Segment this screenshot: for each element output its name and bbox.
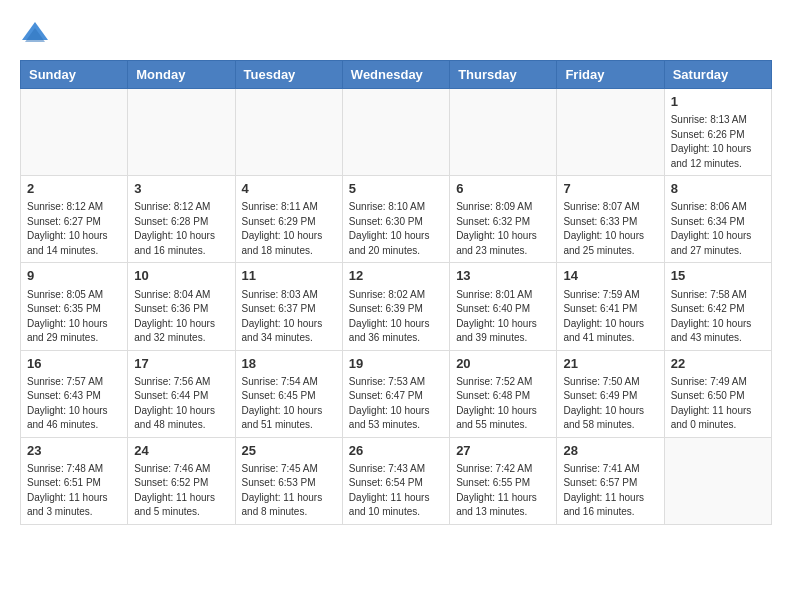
day-info: Sunrise: 8:05 AM Sunset: 6:35 PM Dayligh…	[27, 288, 121, 346]
day-number: 5	[349, 180, 443, 198]
calendar-cell	[557, 89, 664, 176]
calendar-cell: 21Sunrise: 7:50 AM Sunset: 6:49 PM Dayli…	[557, 350, 664, 437]
day-info: Sunrise: 7:46 AM Sunset: 6:52 PM Dayligh…	[134, 462, 228, 520]
day-number: 17	[134, 355, 228, 373]
weekday-header-wednesday: Wednesday	[342, 61, 449, 89]
day-number: 19	[349, 355, 443, 373]
calendar-cell: 25Sunrise: 7:45 AM Sunset: 6:53 PM Dayli…	[235, 437, 342, 524]
calendar-week-row: 16Sunrise: 7:57 AM Sunset: 6:43 PM Dayli…	[21, 350, 772, 437]
day-info: Sunrise: 7:48 AM Sunset: 6:51 PM Dayligh…	[27, 462, 121, 520]
logo-icon	[20, 20, 50, 50]
calendar-cell	[21, 89, 128, 176]
day-number: 16	[27, 355, 121, 373]
calendar-table: SundayMondayTuesdayWednesdayThursdayFrid…	[20, 60, 772, 525]
day-number: 18	[242, 355, 336, 373]
calendar-cell: 20Sunrise: 7:52 AM Sunset: 6:48 PM Dayli…	[450, 350, 557, 437]
calendar-cell: 6Sunrise: 8:09 AM Sunset: 6:32 PM Daylig…	[450, 176, 557, 263]
calendar-week-row: 23Sunrise: 7:48 AM Sunset: 6:51 PM Dayli…	[21, 437, 772, 524]
day-info: Sunrise: 8:06 AM Sunset: 6:34 PM Dayligh…	[671, 200, 765, 258]
calendar-cell: 11Sunrise: 8:03 AM Sunset: 6:37 PM Dayli…	[235, 263, 342, 350]
calendar-cell: 17Sunrise: 7:56 AM Sunset: 6:44 PM Dayli…	[128, 350, 235, 437]
day-info: Sunrise: 7:52 AM Sunset: 6:48 PM Dayligh…	[456, 375, 550, 433]
day-info: Sunrise: 7:59 AM Sunset: 6:41 PM Dayligh…	[563, 288, 657, 346]
day-number: 11	[242, 267, 336, 285]
day-number: 28	[563, 442, 657, 460]
calendar-cell: 18Sunrise: 7:54 AM Sunset: 6:45 PM Dayli…	[235, 350, 342, 437]
calendar-cell	[450, 89, 557, 176]
calendar-cell: 23Sunrise: 7:48 AM Sunset: 6:51 PM Dayli…	[21, 437, 128, 524]
weekday-header-friday: Friday	[557, 61, 664, 89]
calendar-cell: 19Sunrise: 7:53 AM Sunset: 6:47 PM Dayli…	[342, 350, 449, 437]
day-number: 6	[456, 180, 550, 198]
day-info: Sunrise: 7:54 AM Sunset: 6:45 PM Dayligh…	[242, 375, 336, 433]
day-number: 25	[242, 442, 336, 460]
calendar-cell: 8Sunrise: 8:06 AM Sunset: 6:34 PM Daylig…	[664, 176, 771, 263]
day-info: Sunrise: 8:07 AM Sunset: 6:33 PM Dayligh…	[563, 200, 657, 258]
calendar-week-row: 9Sunrise: 8:05 AM Sunset: 6:35 PM Daylig…	[21, 263, 772, 350]
day-number: 10	[134, 267, 228, 285]
calendar-cell	[342, 89, 449, 176]
calendar-week-row: 1Sunrise: 8:13 AM Sunset: 6:26 PM Daylig…	[21, 89, 772, 176]
day-info: Sunrise: 8:13 AM Sunset: 6:26 PM Dayligh…	[671, 113, 765, 171]
day-info: Sunrise: 7:45 AM Sunset: 6:53 PM Dayligh…	[242, 462, 336, 520]
day-info: Sunrise: 8:01 AM Sunset: 6:40 PM Dayligh…	[456, 288, 550, 346]
day-info: Sunrise: 8:09 AM Sunset: 6:32 PM Dayligh…	[456, 200, 550, 258]
day-info: Sunrise: 7:43 AM Sunset: 6:54 PM Dayligh…	[349, 462, 443, 520]
day-number: 20	[456, 355, 550, 373]
calendar-cell: 3Sunrise: 8:12 AM Sunset: 6:28 PM Daylig…	[128, 176, 235, 263]
weekday-header-tuesday: Tuesday	[235, 61, 342, 89]
calendar-cell: 16Sunrise: 7:57 AM Sunset: 6:43 PM Dayli…	[21, 350, 128, 437]
calendar-cell	[235, 89, 342, 176]
day-info: Sunrise: 7:50 AM Sunset: 6:49 PM Dayligh…	[563, 375, 657, 433]
day-number: 1	[671, 93, 765, 111]
day-info: Sunrise: 7:58 AM Sunset: 6:42 PM Dayligh…	[671, 288, 765, 346]
day-number: 26	[349, 442, 443, 460]
weekday-header-sunday: Sunday	[21, 61, 128, 89]
weekday-header-monday: Monday	[128, 61, 235, 89]
calendar-cell: 26Sunrise: 7:43 AM Sunset: 6:54 PM Dayli…	[342, 437, 449, 524]
day-number: 8	[671, 180, 765, 198]
day-info: Sunrise: 8:02 AM Sunset: 6:39 PM Dayligh…	[349, 288, 443, 346]
day-info: Sunrise: 8:04 AM Sunset: 6:36 PM Dayligh…	[134, 288, 228, 346]
weekday-header-row: SundayMondayTuesdayWednesdayThursdayFrid…	[21, 61, 772, 89]
calendar-cell: 2Sunrise: 8:12 AM Sunset: 6:27 PM Daylig…	[21, 176, 128, 263]
day-number: 7	[563, 180, 657, 198]
day-info: Sunrise: 7:42 AM Sunset: 6:55 PM Dayligh…	[456, 462, 550, 520]
day-number: 9	[27, 267, 121, 285]
day-info: Sunrise: 8:11 AM Sunset: 6:29 PM Dayligh…	[242, 200, 336, 258]
logo	[20, 20, 54, 50]
calendar-cell: 10Sunrise: 8:04 AM Sunset: 6:36 PM Dayli…	[128, 263, 235, 350]
day-info: Sunrise: 8:12 AM Sunset: 6:27 PM Dayligh…	[27, 200, 121, 258]
day-info: Sunrise: 7:53 AM Sunset: 6:47 PM Dayligh…	[349, 375, 443, 433]
calendar-cell: 14Sunrise: 7:59 AM Sunset: 6:41 PM Dayli…	[557, 263, 664, 350]
calendar-cell	[664, 437, 771, 524]
day-number: 21	[563, 355, 657, 373]
calendar-cell: 1Sunrise: 8:13 AM Sunset: 6:26 PM Daylig…	[664, 89, 771, 176]
calendar-cell: 9Sunrise: 8:05 AM Sunset: 6:35 PM Daylig…	[21, 263, 128, 350]
calendar-cell	[128, 89, 235, 176]
calendar-week-row: 2Sunrise: 8:12 AM Sunset: 6:27 PM Daylig…	[21, 176, 772, 263]
day-info: Sunrise: 8:10 AM Sunset: 6:30 PM Dayligh…	[349, 200, 443, 258]
calendar-cell: 15Sunrise: 7:58 AM Sunset: 6:42 PM Dayli…	[664, 263, 771, 350]
day-number: 22	[671, 355, 765, 373]
day-info: Sunrise: 7:57 AM Sunset: 6:43 PM Dayligh…	[27, 375, 121, 433]
day-number: 24	[134, 442, 228, 460]
calendar-cell: 24Sunrise: 7:46 AM Sunset: 6:52 PM Dayli…	[128, 437, 235, 524]
page-header	[20, 20, 772, 50]
calendar-cell: 13Sunrise: 8:01 AM Sunset: 6:40 PM Dayli…	[450, 263, 557, 350]
day-number: 14	[563, 267, 657, 285]
calendar-cell: 12Sunrise: 8:02 AM Sunset: 6:39 PM Dayli…	[342, 263, 449, 350]
calendar-cell: 28Sunrise: 7:41 AM Sunset: 6:57 PM Dayli…	[557, 437, 664, 524]
day-info: Sunrise: 8:12 AM Sunset: 6:28 PM Dayligh…	[134, 200, 228, 258]
day-number: 27	[456, 442, 550, 460]
day-info: Sunrise: 8:03 AM Sunset: 6:37 PM Dayligh…	[242, 288, 336, 346]
day-number: 23	[27, 442, 121, 460]
calendar-cell: 7Sunrise: 8:07 AM Sunset: 6:33 PM Daylig…	[557, 176, 664, 263]
day-info: Sunrise: 7:41 AM Sunset: 6:57 PM Dayligh…	[563, 462, 657, 520]
day-number: 15	[671, 267, 765, 285]
day-info: Sunrise: 7:49 AM Sunset: 6:50 PM Dayligh…	[671, 375, 765, 433]
calendar-cell: 4Sunrise: 8:11 AM Sunset: 6:29 PM Daylig…	[235, 176, 342, 263]
calendar-cell: 22Sunrise: 7:49 AM Sunset: 6:50 PM Dayli…	[664, 350, 771, 437]
day-number: 3	[134, 180, 228, 198]
day-number: 2	[27, 180, 121, 198]
